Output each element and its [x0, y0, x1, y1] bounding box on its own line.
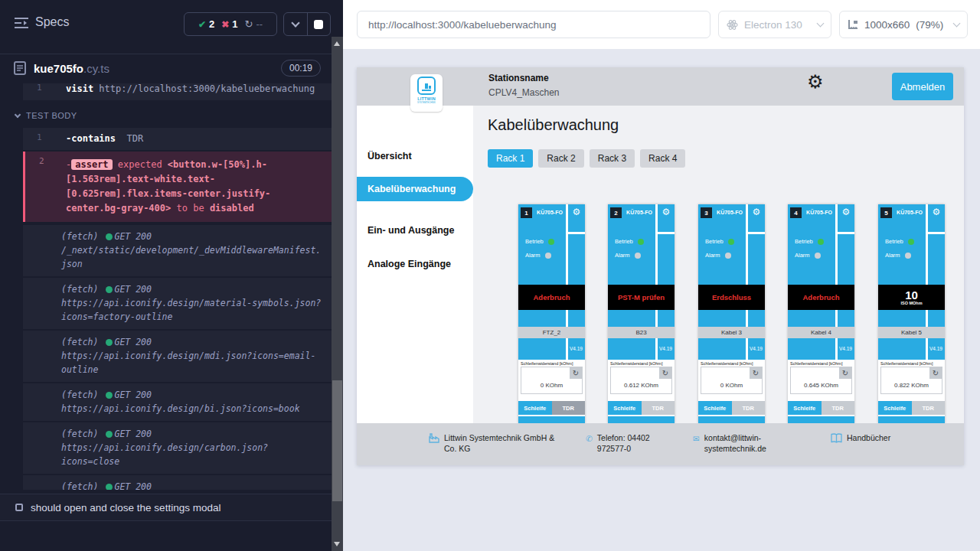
scrollbar-track[interactable]: [332, 37, 343, 551]
alarm-led: [905, 253, 911, 259]
section-chevron-icon: [15, 111, 21, 117]
specs-menu-icon[interactable]: [14, 17, 29, 29]
schleife-button[interactable]: Schleife: [698, 401, 732, 415]
card-buttons: Schleife TDR: [608, 401, 675, 415]
status-ok-dot: [106, 233, 113, 240]
fetch-url: /_next/static/development/_devMiddleware…: [61, 243, 324, 271]
url-input[interactable]: http://localhost:3000/kabelueberwachung: [357, 11, 710, 38]
sidebar-item[interactable]: Analoge Eingänge: [357, 252, 473, 276]
alarm-row: Alarm: [525, 252, 551, 259]
failed-count: 1: [232, 18, 237, 30]
refresh-icon[interactable]: ↻: [659, 367, 671, 379]
card-gear-icon[interactable]: ⚙: [658, 207, 674, 217]
card-divider: [698, 415, 765, 416]
resistance-label: Schleifenwiderstand [kOhm]: [610, 361, 672, 366]
failed-assert-row[interactable]: 2 -assert expected <button.w-[50%].h-[1.…: [23, 152, 332, 222]
collapse-button[interactable]: [284, 13, 307, 35]
fetch-log-row[interactable]: (fetch) GET 200 https://api.iconify.desi…: [23, 475, 332, 490]
pending-test-row[interactable]: should open and close the settings modal: [0, 494, 332, 521]
spec-file-ext: .cy.ts: [83, 62, 109, 75]
stop-button[interactable]: [307, 13, 331, 35]
tdr-button[interactable]: TDR: [552, 401, 586, 415]
card-divider: [748, 232, 765, 234]
card-gear-icon[interactable]: ⚙: [569, 207, 584, 217]
status-text: Aderbruch: [802, 293, 839, 302]
fetch-log-row[interactable]: (fetch) GET 200 https://api.iconify.desi…: [23, 383, 332, 421]
test-stats[interactable]: ✔2 ✖1 ↻--: [184, 12, 277, 36]
fetch-log-row[interactable]: (fetch) GET 200 /_next/static/developmen…: [23, 225, 332, 276]
measurement-panel: Schleifenwiderstand [kOhm] ↻ 0.612 KOhm: [608, 360, 675, 401]
card-divider: [788, 415, 854, 416]
scroll-down-arrow[interactable]: [334, 542, 340, 546]
betrieb-row: Betrieb: [885, 238, 914, 245]
rack-tab[interactable]: Rack 2: [538, 149, 583, 168]
footer-email-address[interactable]: kontakt@littwin-systemtechnik.de: [704, 432, 789, 454]
status-display: 10 ISO MOhm: [878, 285, 945, 310]
sidebar-item[interactable]: Übersicht: [357, 144, 473, 168]
refresh-icon[interactable]: ↻: [750, 367, 762, 379]
alarm-led: [635, 253, 641, 259]
browser-select[interactable]: Electron 130: [718, 11, 831, 38]
stop-icon: [314, 20, 323, 29]
fetch-log-row[interactable]: (fetch) GET 200 https://api.iconify.desi…: [23, 331, 332, 382]
card-buttons: Schleife TDR: [698, 401, 765, 415]
rack-tab[interactable]: Rack 3: [590, 149, 635, 168]
device-model-label: KÜ705-FO: [803, 210, 835, 215]
settings-gear-icon[interactable]: ⚙: [807, 73, 824, 91]
spec-file-name: kue705fo.cy.ts: [34, 62, 109, 75]
passed-icon: ✔: [198, 19, 206, 30]
card-gear-icon[interactable]: ⚙: [838, 207, 854, 217]
command-visit[interactable]: 1 visit http://localhost:3000/kabelueber…: [23, 83, 332, 100]
command-log[interactable]: 1 visit http://localhost:3000/kabelueber…: [0, 83, 332, 490]
footer-manuals[interactable]: Handbücher: [831, 432, 890, 443]
tdr-button[interactable]: TDR: [642, 401, 675, 415]
device-card: 2 KÜ705-FO ⚙ Betrieb Alarm PST-M prüfen: [608, 204, 675, 423]
assert-chip: assert: [71, 159, 112, 170]
command-contains[interactable]: 1 -contains TDR: [23, 128, 332, 150]
logout-button[interactable]: Abmelden: [892, 73, 953, 100]
fetch-log-row[interactable]: (fetch) GET 200 https://api.iconify.desi…: [23, 422, 332, 474]
test-body-section[interactable]: TEST BODY: [15, 111, 332, 120]
firmware-version: V4.19: [929, 346, 942, 351]
runner-scrollbar: [332, 0, 343, 551]
viewport-select[interactable]: 1000x660 (79%): [839, 11, 968, 38]
scroll-up-arrow[interactable]: [334, 41, 340, 46]
alarm-led: [815, 253, 821, 259]
card-gear-icon[interactable]: ⚙: [929, 207, 944, 217]
fetch-url: https://api.iconify.design/bi.json?icons…: [61, 402, 324, 416]
refresh-icon[interactable]: ↻: [929, 367, 942, 379]
schleife-button[interactable]: Schleife: [788, 401, 822, 415]
card-gear-icon[interactable]: ⚙: [749, 207, 764, 217]
spec-file-icon: [14, 61, 26, 75]
footer-company: Littwin Systemtechnik GmbH & Co. KG: [429, 432, 560, 454]
app-body: Übersicht Kabelüberwachung Ein- und Ausg…: [357, 106, 964, 423]
card-buttons: Schleife TDR: [518, 401, 585, 415]
viewport-size: 1000x660: [864, 19, 910, 31]
schleife-button[interactable]: Schleife: [878, 401, 912, 415]
sidebar-item[interactable]: Ein- und Ausgänge: [357, 218, 473, 243]
firmware-version: V4.19: [839, 346, 852, 351]
app-footer: Littwin Systemtechnik GmbH & Co. KG ✆ Te…: [357, 423, 964, 465]
tdr-button[interactable]: TDR: [732, 401, 766, 415]
scrollbar-thumb[interactable]: [332, 380, 342, 501]
status-text: Erdschluss: [712, 293, 751, 302]
refresh-icon[interactable]: ↻: [570, 367, 582, 379]
runner-bottom: should open and close the settings modal: [0, 490, 332, 551]
betrieb-led: [728, 239, 734, 245]
spec-file-row[interactable]: kue705fo.cy.ts 00:19: [0, 54, 332, 83]
rack-tab[interactable]: Rack 4: [640, 149, 685, 168]
sidebar-item[interactable]: Kabelüberwachung: [357, 177, 473, 201]
tdr-button[interactable]: TDR: [912, 401, 946, 415]
fetch-label: (fetch): [61, 336, 98, 349]
schleife-button[interactable]: Schleife: [608, 401, 642, 415]
resistance-value-box: ↻ 0.612 KOhm: [610, 367, 672, 394]
rack-tab[interactable]: Rack 1: [488, 149, 533, 168]
sidebar-item-label: Kabelüberwachung: [368, 184, 456, 194]
status-display: Erdschluss: [698, 285, 765, 310]
tdr-button[interactable]: TDR: [822, 401, 855, 415]
refresh-icon[interactable]: ↻: [839, 367, 851, 379]
fetch-log-row[interactable]: (fetch) GET 200 https://api.iconify.desi…: [23, 278, 332, 329]
fetch-status: GET 200: [114, 336, 151, 349]
factory-icon: [429, 433, 439, 443]
schleife-button[interactable]: Schleife: [518, 401, 552, 415]
